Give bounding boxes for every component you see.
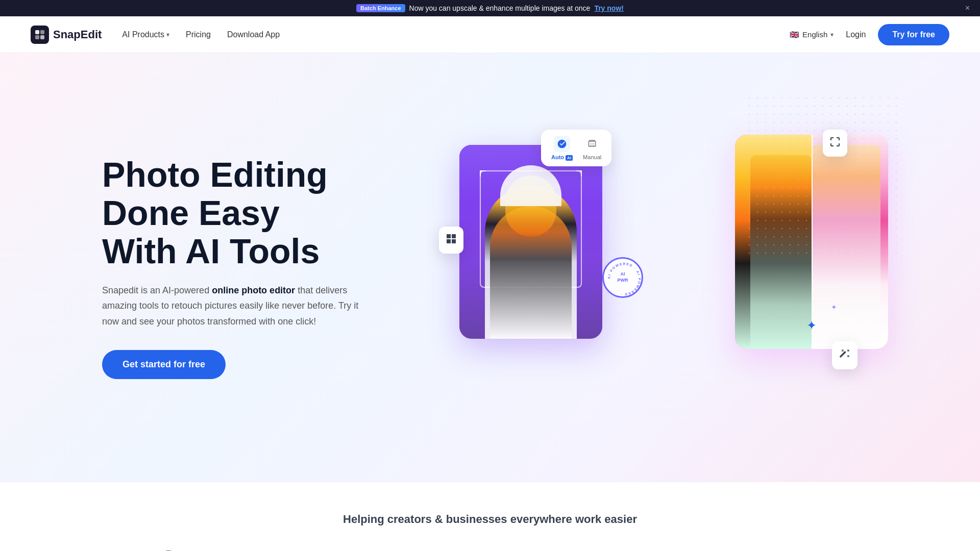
- dots-background: [745, 94, 898, 257]
- manual-label: Manual: [583, 154, 601, 160]
- nav-download-label: Download App: [227, 30, 280, 39]
- sparkle-small-icon: ✦: [831, 303, 837, 311]
- lang-chevron-icon: ▾: [830, 31, 834, 38]
- split-divider: [812, 135, 813, 349]
- nav-item-download[interactable]: Download App: [227, 30, 280, 39]
- manual-icon: [584, 136, 600, 152]
- hero-description: Snapedit is an AI-powered online photo e…: [102, 283, 368, 330]
- flag-icon: 🇬🇧: [790, 30, 799, 39]
- resize-card[interactable]: [823, 130, 847, 157]
- social-proof-heading: Helping creators & businesses everywhere…: [0, 513, 980, 526]
- auto-tab[interactable]: Auto AI: [551, 136, 573, 160]
- social-proof-section: Helping creators & businesses everywhere…: [0, 482, 980, 551]
- get-started-button[interactable]: Get started for free: [102, 350, 226, 379]
- layout-card[interactable]: [439, 227, 463, 254]
- svg-text:AI POWERED · AI POWERED ·: AI POWERED · AI POWERED ·: [607, 262, 642, 296]
- auto-icon: [554, 136, 570, 152]
- photo-card-left: [459, 145, 602, 339]
- logo-icon: [31, 26, 49, 44]
- hero-content: Photo Editing Done Easy With AI Tools Sn…: [102, 156, 398, 379]
- magic-card[interactable]: [832, 341, 857, 369]
- banner-cta-link[interactable]: Try now!: [594, 4, 624, 12]
- language-selector[interactable]: 🇬🇧 English ▾: [790, 30, 834, 39]
- svg-rect-0: [35, 30, 39, 34]
- ai-badge-label: AI: [566, 155, 573, 161]
- navbar: SnapEdit AI Products ▾ Pricing Download …: [0, 16, 980, 53]
- nav-item-ai-products[interactable]: AI Products ▾: [122, 30, 169, 39]
- banner-close-button[interactable]: ×: [965, 4, 970, 13]
- hero-title: Photo Editing Done Easy With AI Tools: [102, 156, 398, 270]
- svg-rect-2: [35, 35, 39, 39]
- nav-left: SnapEdit AI Products ▾ Pricing Download …: [31, 26, 280, 44]
- nav-item-pricing[interactable]: Pricing: [186, 30, 211, 39]
- hero-link-text[interactable]: online photo editor: [212, 285, 295, 295]
- banner-message: Now you can upscale & enhance multiple i…: [409, 4, 591, 12]
- auto-label: Auto AI: [551, 154, 573, 160]
- nav-pricing-label: Pricing: [186, 30, 211, 39]
- manual-tab[interactable]: Manual: [583, 136, 601, 160]
- login-button[interactable]: Login: [846, 30, 866, 39]
- auto-manual-card: Auto AI Manual: [541, 130, 611, 166]
- language-label: English: [802, 30, 827, 39]
- nav-ai-products-label: AI Products: [122, 30, 164, 39]
- ai-powered-badge: AI POWERED · AI POWERED · AIPWR: [602, 257, 643, 298]
- top-banner: Batch Enhance Now you can upscale & enha…: [0, 0, 980, 16]
- logo-link[interactable]: SnapEdit: [31, 26, 102, 44]
- svg-rect-1: [40, 30, 44, 34]
- batch-badge: Batch Enhance: [356, 4, 405, 12]
- svg-rect-3: [40, 35, 44, 39]
- person-photo-left: [459, 145, 602, 339]
- nav-links: AI Products ▾ Pricing Download App: [122, 30, 280, 39]
- try-free-button[interactable]: Try for free: [878, 24, 949, 45]
- nav-right: 🇬🇧 English ▾ Login Try for free: [790, 24, 949, 45]
- logo-text: SnapEdit: [53, 28, 102, 41]
- chevron-down-icon: ▾: [166, 31, 169, 38]
- hero-section: Photo Editing Done Easy With AI Tools Sn…: [0, 53, 980, 482]
- sparkle-icon: ✦: [806, 318, 817, 333]
